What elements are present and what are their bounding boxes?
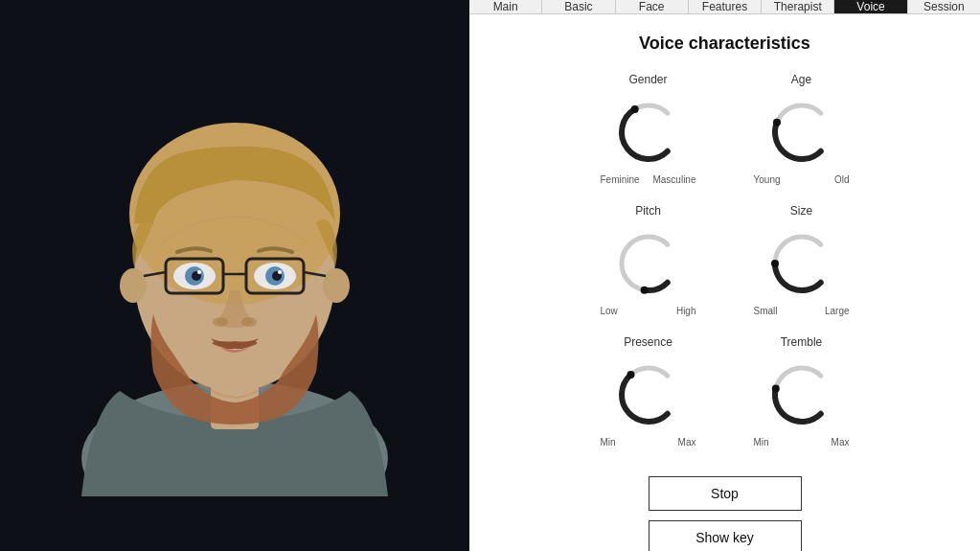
knob-group-size: SizeSmallLarge: [754, 204, 850, 316]
knob-sublabel-right-size: Large: [825, 306, 850, 316]
svg-point-5: [323, 268, 350, 303]
content-area: Voice characteristics GenderFeminineMasc…: [469, 14, 980, 551]
svg-point-26: [771, 385, 779, 393]
knob-group-pitch: PitchLowHigh: [601, 204, 696, 316]
tab-basic[interactable]: Basic: [542, 0, 615, 13]
knob-label-tremble: Tremble: [781, 335, 823, 349]
knob-sublabel-left-pitch: Low: [601, 306, 618, 316]
svg-point-25: [627, 371, 634, 379]
knob-sublabel-left-tremble: Min: [754, 437, 769, 448]
tab-face[interactable]: Face: [616, 0, 689, 13]
knob-sublabel-right-age: Old: [834, 174, 850, 185]
tab-main[interactable]: Main: [469, 0, 542, 13]
svg-point-20: [241, 317, 257, 327]
knob-label-gender: Gender: [628, 73, 667, 86]
tab-voice[interactable]: Voice: [834, 0, 907, 13]
knob-sublabel-right-pitch: High: [676, 306, 696, 316]
knob-label-size: Size: [790, 204, 812, 218]
knob-sublabel-left-size: Small: [754, 306, 778, 316]
svg-point-4: [120, 268, 147, 303]
show-key-button[interactable]: Show key: [649, 520, 802, 551]
svg-point-17: [197, 270, 201, 274]
knob-group-age: AgeYoungOld: [754, 73, 850, 185]
knob-group-presence: PresenceMinMax: [601, 335, 696, 448]
svg-point-18: [278, 270, 282, 274]
tab-features[interactable]: Features: [689, 0, 762, 13]
bottom-controls: Stop Show key < >: [489, 467, 961, 551]
knob-svg-size[interactable]: [763, 225, 840, 302]
knob-svg-tremble[interactable]: [763, 356, 840, 433]
knobs-grid: GenderFeminineMasculineAgeYoungOldPitchL…: [601, 73, 850, 448]
knob-sublabel-left-presence: Min: [601, 437, 616, 448]
tab-bar: MainBasicFaceFeaturesTherapistVoiceSessi…: [469, 0, 980, 14]
knob-label-presence: Presence: [624, 335, 672, 349]
tab-therapist[interactable]: Therapist: [762, 0, 834, 13]
svg-point-23: [640, 287, 648, 294]
knob-sublabel-left-gender: Feminine: [601, 174, 640, 185]
knob-group-gender: GenderFeminineMasculine: [601, 73, 696, 185]
avatar-panel: [0, 0, 469, 551]
knob-sublabel-left-age: Young: [754, 174, 781, 185]
stop-button[interactable]: Stop: [649, 476, 802, 511]
svg-point-22: [773, 119, 781, 126]
knob-label-age: Age: [791, 73, 811, 86]
knob-group-tremble: TrembleMinMax: [754, 335, 850, 448]
tab-session[interactable]: Session: [908, 0, 980, 13]
svg-point-24: [771, 260, 779, 267]
knob-sublabel-right-tremble: Max: [832, 437, 850, 448]
avatar-svg: [62, 56, 407, 496]
svg-point-21: [630, 105, 638, 113]
knob-svg-age[interactable]: [763, 94, 840, 171]
svg-point-19: [213, 317, 228, 327]
avatar-container: [53, 36, 417, 516]
right-panel: MainBasicFaceFeaturesTherapistVoiceSessi…: [469, 0, 980, 551]
knob-svg-pitch[interactable]: [610, 225, 687, 302]
page-title: Voice characteristics: [639, 34, 810, 54]
knob-label-pitch: Pitch: [635, 204, 661, 218]
knob-svg-gender[interactable]: [610, 94, 687, 171]
knob-sublabel-right-presence: Max: [678, 437, 696, 448]
knob-svg-presence[interactable]: [610, 356, 687, 433]
knob-sublabel-right-gender: Masculine: [652, 174, 695, 185]
